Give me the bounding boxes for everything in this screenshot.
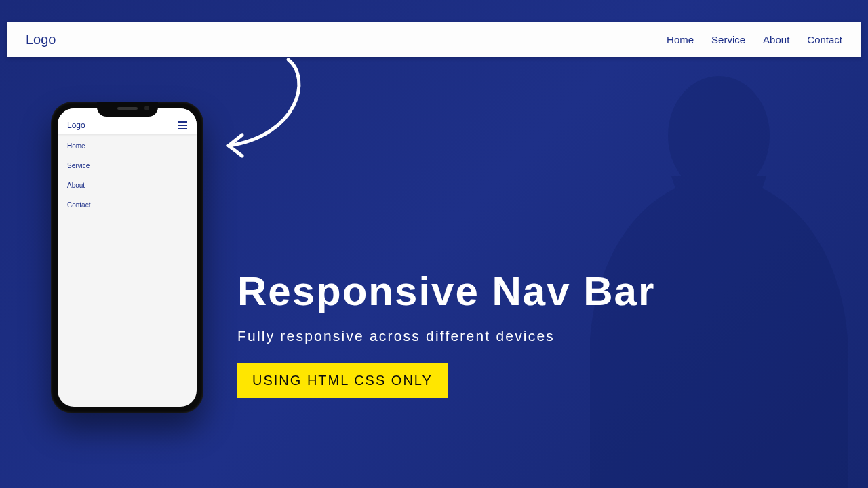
mobile-nav-links: Home Service About Contact: [58, 134, 197, 217]
nav-link-service[interactable]: Service: [711, 34, 745, 45]
phone-screen: Logo Home Service About Contact: [58, 108, 197, 407]
nav-links: Home Service About Contact: [667, 34, 842, 45]
desktop-navbar: Logo Home Service About Contact: [7, 22, 861, 57]
phone-mockup: Logo Home Service About Contact: [51, 102, 203, 413]
curved-arrow-icon: [207, 54, 322, 169]
mobile-nav-link-about[interactable]: About: [67, 182, 187, 189]
mobile-nav-link-service[interactable]: Service: [67, 162, 187, 169]
hero-subtitle: Fully responsive across different device…: [237, 328, 655, 344]
hero-title: Responsive Nav Bar: [237, 268, 655, 314]
mobile-logo[interactable]: Logo: [67, 113, 85, 130]
logo[interactable]: Logo: [26, 32, 56, 47]
mobile-nav-link-contact[interactable]: Contact: [67, 201, 187, 209]
nav-link-contact[interactable]: Contact: [807, 34, 842, 45]
hero-badge: USING HTML CSS ONLY: [237, 363, 448, 398]
background-person-silhouette: [549, 41, 868, 488]
hero-section: Responsive Nav Bar Fully responsive acro…: [237, 268, 655, 398]
hamburger-icon[interactable]: [178, 113, 187, 129]
mobile-navbar: Logo: [58, 108, 197, 134]
nav-link-home[interactable]: Home: [667, 34, 694, 45]
mobile-nav-link-home[interactable]: Home: [67, 142, 187, 150]
phone-camera-icon: [144, 106, 149, 110]
nav-link-about[interactable]: About: [763, 34, 789, 45]
phone-speaker-icon: [117, 107, 138, 110]
svg-point-0: [668, 76, 770, 195]
